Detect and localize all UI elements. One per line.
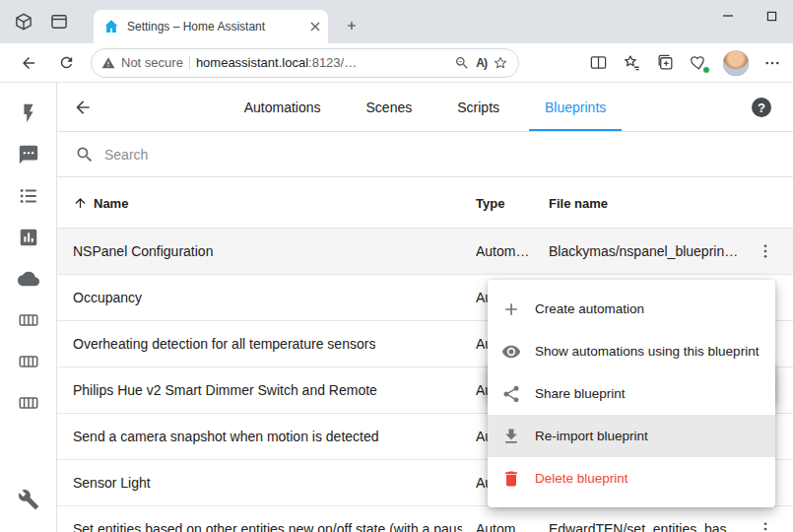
download-icon [501, 427, 521, 446]
address-divider [189, 56, 190, 70]
sidebar-chart-icon[interactable] [5, 217, 52, 258]
column-header-file[interactable]: File name [549, 195, 608, 210]
address-bar[interactable]: Not secure homeassistant.local:8123/… A) [91, 48, 519, 78]
refresh-icon[interactable] [49, 46, 83, 80]
eye-icon [501, 342, 521, 362]
browser-tab-strip: Settings – Home Assistant [0, 0, 793, 43]
column-header-name[interactable]: Name [73, 195, 128, 210]
sidebar-nas-icon-2[interactable] [5, 341, 52, 382]
menu-item-label: Create automation [535, 301, 644, 316]
split-screen-icon[interactable] [589, 53, 608, 72]
url-text: homeassistant.local:8123/… [196, 55, 448, 70]
ha-tab-bar: Automations Scenes Scripts Blueprints [229, 83, 623, 131]
sidebar-lightning-icon[interactable] [5, 93, 52, 134]
search-input[interactable] [104, 147, 775, 163]
row-name: Occupancy [73, 290, 142, 305]
ha-back-icon[interactable] [73, 83, 93, 132]
tab-actions-icon[interactable] [49, 12, 69, 32]
menu-item-label: Show automations using this blueprint [535, 344, 759, 359]
sort-ascending-icon [73, 195, 88, 210]
menu-item-label: Delete blueprint [535, 471, 628, 486]
row-name: Overheating detection for all temperatur… [73, 336, 375, 352]
window-minimize-button[interactable] [706, 0, 750, 32]
back-icon[interactable] [12, 46, 45, 80]
ha-sidebar [0, 83, 57, 532]
plus-icon [501, 299, 521, 319]
sidebar-chat-icon[interactable] [5, 134, 52, 175]
browser-toolbar: Not secure homeassistant.local:8123/… A) [0, 43, 793, 83]
tab-automations[interactable]: Automations [229, 83, 337, 131]
favorite-star-icon[interactable] [493, 55, 508, 71]
profile-avatar[interactable] [723, 50, 749, 76]
share-icon [501, 384, 521, 404]
search-icon [75, 145, 95, 165]
window-maximize-button[interactable] [750, 0, 793, 32]
favorites-icon[interactable] [623, 53, 641, 72]
home-assistant-favicon [103, 19, 119, 34]
sidebar-list-icon[interactable] [5, 175, 52, 217]
browser-tab[interactable]: Settings – Home Assistant [94, 10, 328, 43]
tab-close-icon[interactable] [310, 22, 320, 32]
menu-item-show-automations[interactable]: Show automations using this blueprint [488, 330, 775, 372]
row-overflow-menu-icon[interactable] [754, 517, 777, 532]
row-name: Sensor Light [73, 475, 151, 491]
security-label: Not secure [121, 55, 183, 70]
menu-item-create-automation[interactable]: Create automation [488, 288, 775, 330]
row-file: EdwardTEN/set_entities_bas… [549, 521, 742, 532]
menu-item-label: Share blueprint [535, 386, 626, 401]
browser-essentials-icon[interactable] [690, 53, 708, 72]
not-secure-warning-icon [101, 56, 115, 70]
tab-blueprints[interactable]: Blueprints [529, 83, 622, 131]
row-name: Send a camera snapshot when motion is de… [73, 429, 379, 444]
zoom-out-icon[interactable] [454, 55, 470, 71]
row-name: Philips Hue v2 Smart Dimmer Switch and R… [73, 382, 377, 398]
ha-header: Automations Scenes Scripts Blueprints ? [57, 83, 793, 132]
sidebar-nas-icon-1[interactable] [5, 299, 52, 341]
sidebar-cloud-icon[interactable] [5, 258, 52, 299]
help-icon[interactable]: ? [752, 98, 771, 117]
tab-scenes[interactable]: Scenes [351, 83, 429, 131]
tab-scripts[interactable]: Scripts [441, 83, 515, 131]
browser-menu-icon[interactable] [763, 54, 781, 72]
workspaces-icon[interactable] [14, 12, 33, 32]
essentials-status-dot [702, 66, 710, 74]
row-overflow-menu-icon[interactable] [754, 239, 777, 263]
blueprint-context-menu: Create automation Show automations using… [488, 280, 775, 507]
row-file: Blackymas/nspanel_blueprin… [549, 243, 742, 259]
row-name: Set entities based on other entities new… [73, 521, 462, 532]
menu-item-reimport-blueprint[interactable]: Re-import blueprint [488, 415, 775, 457]
row-type: Autom… [476, 521, 545, 532]
search-bar [57, 132, 793, 177]
column-header-type[interactable]: Type [476, 195, 504, 210]
menu-item-label: Re-import blueprint [535, 429, 648, 443]
table-header: Name Type File name [57, 177, 793, 229]
table-row[interactable]: Set entities based on other entities new… [57, 506, 793, 532]
table-row[interactable]: NSPanel Configuration Autom… Blackymas/n… [57, 229, 793, 275]
menu-item-share-blueprint[interactable]: Share blueprint [488, 372, 775, 415]
trash-icon [501, 469, 521, 489]
sidebar-nas-icon-3[interactable] [5, 382, 52, 424]
sidebar-wrench-icon[interactable] [5, 479, 52, 520]
read-aloud-icon[interactable]: A) [476, 56, 487, 70]
row-name: NSPanel Configuration [73, 243, 213, 259]
new-tab-button[interactable] [339, 13, 364, 38]
collections-icon[interactable] [656, 53, 675, 72]
tab-title: Settings – Home Assistant [127, 20, 302, 33]
row-type: Autom… [476, 243, 545, 259]
browser-window: Settings – Home Assistant [0, 0, 793, 532]
menu-item-delete-blueprint[interactable]: Delete blueprint [488, 457, 775, 499]
